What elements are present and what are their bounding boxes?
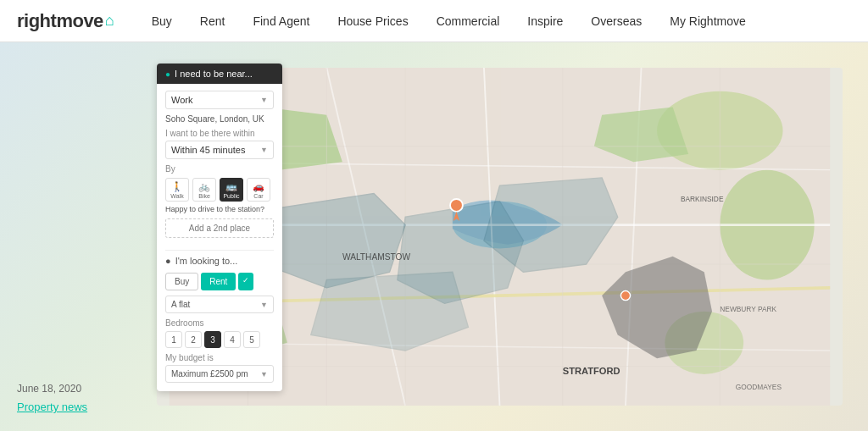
place-type-value: Work xyxy=(171,95,192,105)
location-text: Soho Square, London, UK xyxy=(165,114,274,124)
search-panel: ● I need to be near... Work ▼ Soho Squar… xyxy=(157,64,282,391)
within-dropdown[interactable]: Within 45 minutes ▼ xyxy=(165,141,274,159)
walk-label: Walk xyxy=(170,193,183,199)
svg-point-36 xyxy=(620,291,630,301)
car-icon: 🚗 xyxy=(253,181,264,192)
bedroom-3[interactable]: 3 xyxy=(204,331,221,348)
bedroom-4[interactable]: 4 xyxy=(224,331,241,348)
nav-my-rightmove[interactable]: My Rightmove xyxy=(658,8,757,35)
buy-rent-row: Buy Rent ✓ xyxy=(165,273,274,290)
nav-overseas[interactable]: Overseas xyxy=(579,8,654,35)
nav-buy[interactable]: Buy xyxy=(140,8,184,35)
property-type-dropdown[interactable]: A flat ▼ xyxy=(165,296,274,313)
bedroom-2[interactable]: 2 xyxy=(185,331,202,348)
within-arrow: ▼ xyxy=(260,146,268,154)
car-label: Car xyxy=(253,193,263,199)
transport-car[interactable]: 🚗 Car xyxy=(247,178,270,202)
drive-text: Happy to drive to the station? xyxy=(165,205,274,213)
place-type-arrow: ▼ xyxy=(260,96,268,104)
nav-rent[interactable]: Rent xyxy=(188,8,237,35)
transport-walk[interactable]: 🚶 Walk xyxy=(165,178,189,202)
logo[interactable]: rightmove ⌂ xyxy=(17,10,114,32)
check-icon: ✓ xyxy=(238,273,253,290)
nav-commercial[interactable]: Commercial xyxy=(425,8,512,35)
looking-text: I'm looking to... xyxy=(175,256,238,266)
budget-label: My budget is xyxy=(165,353,274,362)
add-place-button[interactable]: Add a 2nd place xyxy=(165,218,274,238)
property-type-arrow: ▼ xyxy=(260,301,268,309)
budget-arrow: ▼ xyxy=(260,370,268,379)
nav-house-prices[interactable]: House Prices xyxy=(326,8,420,35)
bedrooms-row: 1 2 3 4 5 xyxy=(165,331,274,348)
looking-icon: ● xyxy=(165,256,171,266)
rent-button[interactable]: Rent xyxy=(201,273,236,290)
panel-header: ● I need to be near... xyxy=(157,64,282,84)
left-sidebar: June 18, 2020 Property news xyxy=(17,383,102,414)
bedrooms-label: Bedrooms xyxy=(165,318,274,328)
within-value: Within 45 minutes xyxy=(171,145,245,155)
walk-icon: 🚶 xyxy=(171,181,183,192)
public-icon: 🚌 xyxy=(225,181,237,192)
transport-public[interactable]: 🚌 Public xyxy=(220,178,243,202)
transport-bike[interactable]: 🚲 Bike xyxy=(192,178,216,202)
buy-button[interactable]: Buy xyxy=(165,273,198,290)
svg-point-34 xyxy=(450,199,463,212)
bedroom-1[interactable]: 1 xyxy=(165,331,182,348)
budget-dropdown[interactable]: Maximum £2500 pm ▼ xyxy=(165,365,274,383)
main-header: rightmove ⌂ Buy Rent Find Agent House Pr… xyxy=(0,0,868,42)
looking-header: ● I'm looking to... xyxy=(165,256,274,266)
panel-divider xyxy=(165,250,274,251)
transport-modes: 🚶 Walk 🚲 Bike 🚌 Public 🚗 Car xyxy=(165,178,274,202)
panel-icon: ● xyxy=(165,69,170,79)
logo-home-icon: ⌂ xyxy=(105,12,114,30)
logo-text: rightmove xyxy=(17,10,103,32)
by-label: By xyxy=(165,164,274,174)
svg-text:WALTHAMSTOW: WALTHAMSTOW xyxy=(342,252,411,262)
main-nav: Buy Rent Find Agent House Prices Commerc… xyxy=(140,8,758,35)
nav-inspire[interactable]: Inspire xyxy=(515,8,575,35)
place-type-dropdown[interactable]: Work ▼ xyxy=(165,91,274,109)
main-area: WALTHAMSTOW STRATFORD BARKINSIDE NEWBURY… xyxy=(0,42,868,431)
within-label: I want to be there within xyxy=(165,129,274,138)
svg-text:BARKINSIDE: BARKINSIDE xyxy=(681,195,724,203)
bike-label: Bike xyxy=(198,193,210,199)
budget-value: Maximum £2500 pm xyxy=(171,369,248,379)
panel-header-text: I need to be near... xyxy=(175,69,253,79)
svg-text:STRATFORD: STRATFORD xyxy=(563,366,620,376)
svg-text:NEWBURY PARK: NEWBURY PARK xyxy=(720,305,776,313)
bedroom-5[interactable]: 5 xyxy=(243,331,260,348)
nav-find-agent[interactable]: Find Agent xyxy=(241,8,321,35)
property-type-value: A flat xyxy=(171,300,190,309)
date-text: June 18, 2020 xyxy=(17,383,102,395)
bike-icon: 🚲 xyxy=(198,181,210,192)
svg-text:GOODMAYES: GOODMAYES xyxy=(736,383,782,391)
property-news-link[interactable]: Property news xyxy=(17,401,87,413)
public-label: Public xyxy=(223,193,239,199)
